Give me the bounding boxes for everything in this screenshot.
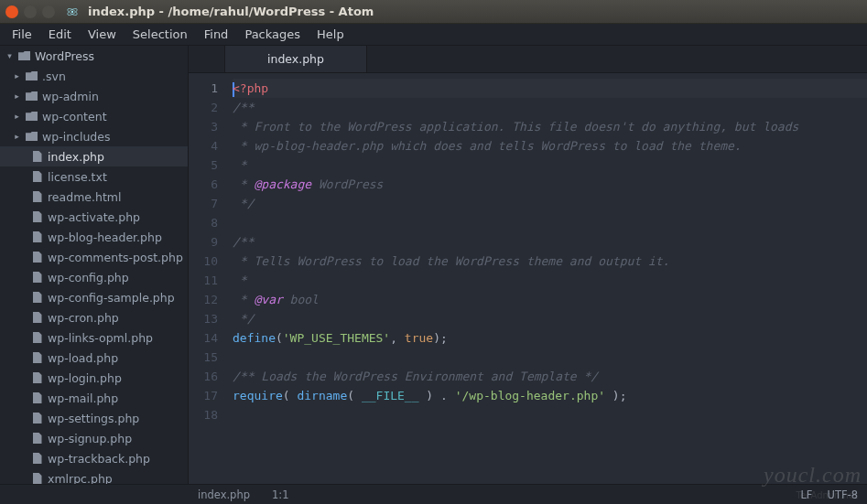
tree-file[interactable]: wp-config.php: [0, 267, 188, 287]
atom-app-icon: [66, 5, 79, 18]
tree-file[interactable]: xmlrpc.php: [0, 468, 188, 484]
menu-edit[interactable]: Edit: [40, 25, 80, 44]
svg-point-0: [71, 10, 73, 12]
file-icon: [31, 171, 43, 182]
tree-file[interactable]: wp-mail.php: [0, 388, 188, 408]
tree-file[interactable]: wp-blog-header.php: [0, 227, 188, 247]
tree-file[interactable]: readme.html: [0, 187, 188, 207]
tree-file-label: wp-settings.php: [48, 412, 139, 425]
tree-file-label: wp-comments-post.php: [48, 251, 183, 264]
chevron-right-icon: ▸: [13, 71, 21, 80]
tree-file[interactable]: wp-trackback.php: [0, 448, 188, 468]
tree-folder[interactable]: ▸.svn: [0, 66, 188, 86]
menu-help[interactable]: Help: [309, 25, 352, 44]
tree-folder-label: wp-content: [42, 110, 107, 123]
menu-packages[interactable]: Packages: [236, 25, 309, 44]
window-maximize-button[interactable]: [42, 5, 55, 18]
status-cursor-position[interactable]: 1:1: [272, 488, 289, 501]
tab-active[interactable]: index.php: [225, 46, 367, 72]
file-icon: [31, 433, 43, 444]
project-name: WordPress: [35, 49, 94, 63]
menu-file[interactable]: File: [4, 25, 40, 44]
status-encoding[interactable]: UTF-8: [827, 488, 858, 501]
code-line[interactable]: [233, 348, 867, 367]
tree-file-label: wp-trackback.php: [48, 452, 150, 466]
tree-file[interactable]: index.php: [0, 146, 188, 166]
status-eol[interactable]: LF: [800, 488, 812, 501]
code-line[interactable]: define('WP_USE_THEMES', true);: [233, 328, 867, 348]
status-file[interactable]: index.php: [198, 488, 250, 501]
window-titlebar: index.php - /home/rahul/WordPress - Atom: [0, 0, 867, 24]
tree-file-label: wp-config.php: [48, 271, 129, 284]
line-number-gutter: 123456789101112131415161718: [189, 73, 225, 484]
code-line[interactable]: [233, 213, 867, 232]
menu-find[interactable]: Find: [196, 25, 237, 44]
tree-file[interactable]: wp-signup.php: [0, 428, 188, 448]
folder-icon: [26, 91, 38, 101]
code-line[interactable]: * Front to the WordPress application. Th…: [233, 117, 867, 136]
file-icon: [31, 352, 43, 363]
folder-icon: [26, 112, 38, 121]
code-line[interactable]: * @package WordPress: [233, 175, 867, 194]
code-line[interactable]: * Tells WordPress to load the WordPress …: [233, 252, 867, 271]
window-close-button[interactable]: [5, 5, 18, 18]
code-line[interactable]: <?php: [233, 79, 867, 98]
file-tree-sidebar[interactable]: ▾ WordPress ▸.svn▸wp-admin▸wp-content▸wp…: [0, 46, 189, 484]
file-icon: [31, 392, 43, 403]
tree-file-label: wp-cron.php: [48, 311, 119, 325]
file-icon: [31, 252, 43, 263]
chevron-right-icon: ▸: [13, 91, 21, 101]
code-line[interactable]: *: [233, 271, 867, 290]
file-icon: [31, 151, 43, 162]
tree-file-label: readme.html: [48, 190, 121, 204]
file-icon: [31, 312, 43, 323]
code-content[interactable]: <?php/** * Front to the WordPress applic…: [225, 73, 867, 484]
tree-file[interactable]: wp-load.php: [0, 348, 188, 368]
tree-file-label: wp-links-opml.php: [48, 331, 153, 345]
menu-selection[interactable]: Selection: [125, 25, 196, 44]
project-root[interactable]: ▾ WordPress: [0, 46, 188, 66]
file-icon: [31, 413, 43, 424]
chevron-down-icon: ▾: [5, 51, 14, 60]
tree-folder[interactable]: ▸wp-includes: [0, 126, 188, 146]
folder-icon: [18, 51, 30, 60]
tree-file[interactable]: wp-comments-post.php: [0, 247, 188, 267]
window-minimize-button[interactable]: [24, 5, 37, 18]
code-line[interactable]: /**: [233, 232, 867, 252]
tree-file[interactable]: license.txt: [0, 166, 188, 187]
code-line[interactable]: * wp-blog-header.php which does and tell…: [233, 136, 867, 155]
tree-file[interactable]: wp-login.php: [0, 368, 188, 388]
file-icon: [31, 372, 43, 383]
file-icon: [31, 231, 43, 242]
code-line[interactable]: */: [233, 194, 867, 213]
editor-pane: index.php 123456789101112131415161718 <?…: [189, 46, 867, 484]
tree-file[interactable]: wp-settings.php: [0, 408, 188, 428]
code-line[interactable]: /** Loads the WordPress Environment and …: [233, 367, 867, 386]
tree-file-label: wp-blog-header.php: [48, 231, 162, 244]
menubar: File Edit View Selection Find Packages H…: [0, 24, 867, 46]
chevron-right-icon: ▸: [13, 112, 21, 121]
code-editor[interactable]: 123456789101112131415161718 <?php/** * F…: [189, 73, 867, 484]
tree-folder-label: wp-admin: [42, 90, 99, 103]
code-line[interactable]: [233, 405, 867, 424]
tree-file[interactable]: wp-links-opml.php: [0, 327, 188, 348]
code-line[interactable]: */: [233, 309, 867, 328]
tree-folder[interactable]: ▸wp-admin: [0, 86, 188, 106]
tree-file-label: wp-login.php: [48, 371, 122, 385]
code-line[interactable]: require( dirname( __FILE__ ) . '/wp-blog…: [233, 386, 867, 405]
code-line[interactable]: *: [233, 155, 867, 175]
file-icon: [31, 211, 43, 222]
tree-file[interactable]: wp-activate.php: [0, 207, 188, 227]
tree-folder[interactable]: ▸wp-content: [0, 106, 188, 126]
tree-folder-label: .svn: [42, 70, 66, 83]
tree-file[interactable]: wp-config-sample.php: [0, 287, 188, 307]
tree-file-label: wp-config-sample.php: [48, 291, 175, 305]
tabbar-gutter: [189, 46, 225, 72]
tree-file[interactable]: wp-cron.php: [0, 307, 188, 327]
code-line[interactable]: * @var bool: [233, 290, 867, 309]
code-line[interactable]: /**: [233, 98, 867, 117]
file-icon: [31, 453, 43, 464]
folder-icon: [26, 132, 38, 141]
menu-view[interactable]: View: [80, 25, 125, 44]
window-title: index.php - /home/rahul/WordPress - Atom: [88, 5, 374, 18]
